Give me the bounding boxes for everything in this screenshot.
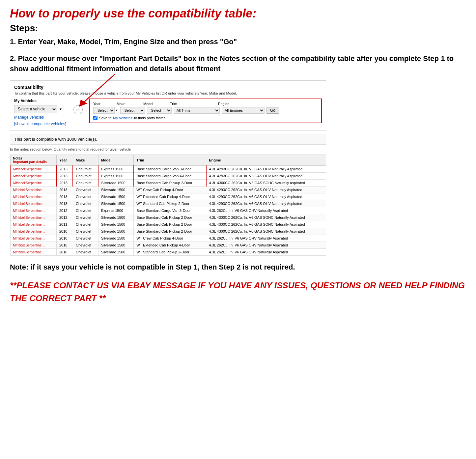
table-row: Mfrlabel:Serpentine ...2012ChevroletSilv… [10,214,326,221]
th-engine: Engine [206,155,326,166]
save-suffix: to finds parts faster [134,116,165,120]
trim-cell: Base Standard Cargo Van 3-Door [134,207,206,214]
engine-cell: 4.3L 4293CC 262Cu. In. V6 GAS OHV Natura… [206,193,326,200]
trim-cell: WT Crew Cab Pickup 4-Door [134,235,206,242]
model-cell: Silverado 1500 [98,221,134,228]
trim-select[interactable]: All Trims [174,107,220,114]
table-row: Mfrlabel:Serpentine....2013ChevroletExpr… [10,173,326,180]
year-cell: 2010 [56,235,73,242]
engine-cell: 4.3L 4293CC 262Cu. In. V6 GAS OHV Natura… [206,186,326,193]
table-row: Mfrlabel:Serpentine ...2013ChevroletSilv… [10,200,326,207]
trim-label: Trim [170,102,216,106]
engine-cell: 4.3L 262Cu. In. V6 GAS OHV Naturally Asp… [206,235,326,242]
model-cell: Silverado 1500 [98,242,134,249]
table-body: Mfrlabel:Serpentine ....2013ChevroletExp… [10,166,326,256]
save-checkbox[interactable] [93,116,98,120]
notes-cell: Mfrlabel:Serpentine ... [10,242,56,249]
engine-cell: 4.3L 262Cu. In. V6 GAS OHV Naturally Asp… [206,242,326,249]
make-cell: Chevrolet [73,228,98,235]
notes-cell: Mfrlabel:Serpentine .... [10,166,56,173]
vehicle-select-dropdown[interactable]: Select a vehicle [14,105,57,113]
manage-vehicles-link[interactable]: Manage vehicles [14,115,67,120]
main-title: How to properly use the compatibility ta… [10,7,466,20]
my-vehicles-section: My Vehicles Select a vehicle ▼ Manage ve… [14,99,67,126]
model-cell: Express 1500 [98,166,134,173]
notes-cell: Mfrlabel:Serpentine ... [10,200,56,207]
make-cell: Chevrolet [73,193,98,200]
arrow-section: Compatibility To confirm that this part … [10,80,466,256]
year-cell: 2013 [56,166,73,173]
engine-label: Engine [218,102,261,106]
engine-cell: 4.3L 4293CC 262Cu. In. V6 GAS OHV Natura… [206,200,326,207]
compat-body: My Vehicles Select a vehicle ▼ Manage ve… [14,99,322,126]
table-header-row: Notes Important part details Year Make M… [10,155,326,166]
table-row: Mfrlabel:Serpentine ....2013ChevroletSil… [10,180,326,186]
year-cell: 2010 [56,249,73,256]
note-text: Note: if it says your vehicle is not com… [10,262,466,273]
make-cell: Chevrolet [73,249,98,256]
model-cell: Silverado 1500 [98,228,134,235]
table-row: Mfrlabel:Serpentine ...2013ChevroletSilv… [10,186,326,193]
model-cell: Silverado 1500 [98,235,134,242]
table-row: Mfrlabel:Serpentine ...2012ChevroletExpr… [10,207,326,214]
show-all-link[interactable]: [show all compatible vehicles] [14,122,67,126]
engine-cell: 4.3L 4300CC 262Cu. In. V6 GAS SOHC Natur… [206,221,326,228]
svg-line-0 [82,74,115,103]
year-cell: 2013 [56,173,73,180]
trim-cell: WT Extended Cab Pickup 4-Door [134,193,206,200]
year-cell: 2013 [56,200,73,207]
important-part-details-header: Important part details [13,160,54,164]
engine-select[interactable]: All Engines [222,107,265,114]
year-cell: 2010 [56,242,73,249]
notes-cell: Mfrlabel:Serpentine ... [10,207,56,214]
make-cell: Chevrolet [73,180,98,186]
compatibility-table: Notes Important part details Year Make M… [10,155,326,256]
make-cell: Chevrolet [73,166,98,173]
model-select[interactable]: -Select- [147,107,172,114]
table-row: Mfrlabel:Serpentine ....2013ChevroletExp… [10,166,326,173]
dropdown-arrow-icon: ▼ [59,107,62,111]
th-model: Model [98,155,134,166]
model-cell: Silverado 1500 [98,186,134,193]
notes-cell: Mfrlabel:Serpentine ... [10,228,56,235]
th-trim: Trim [134,155,206,166]
engine-cell: 4.3L 4300CC 262Cu. In. V6 GAS SOHC Natur… [206,180,326,186]
trim-cell: WT Extended Cab Pickup 4-Door [134,242,206,249]
table-row: Mfrlabel:Serpentine ...2010ChevroletSilv… [10,242,326,249]
table-row: Mfrlabel:Serpentine ...2011ChevroletSilv… [10,221,326,228]
notes-cell: Mfrlabel:Serpentine ... [10,249,56,256]
notes-cell: Mfrlabel:Serpentine.... [10,173,56,180]
arrow-icon [63,71,128,113]
trim-cell: Base Standard Cab Pickup 2-Door [134,180,206,186]
make-cell: Chevrolet [73,242,98,249]
trim-cell: Base Standard Cargo Van 4-Door [134,173,206,180]
my-vehicles-link[interactable]: My Vehicles [113,116,132,120]
table-row: Mfrlabel:Serpentine ...2010ChevroletSilv… [10,235,326,242]
trim-cell: Base Standard Cab Pickup 2-Door [134,221,206,228]
make-cell: Chevrolet [73,221,98,228]
vehicle-select-row: Select a vehicle ▼ [14,105,67,113]
year-cell: 2010 [56,228,73,235]
model-cell: Silverado 1500 [98,180,134,186]
year-cell: 2012 [56,207,73,214]
make-cell: Chevrolet [73,214,98,221]
compatibility-container: Compatibility To confirm that this part … [10,80,326,130]
model-cell: Silverado 1500 [98,249,134,256]
steps-heading: Steps: [10,23,466,34]
th-make: Make [73,155,98,166]
trim-cell: WT Standard Cab Pickup 2-Door [134,200,206,207]
compat-count: This part is compatible with 1000 vehicl… [10,134,326,145]
engine-cell: 4.3L 4293CC 262Cu. In. V6 GAS OHV Natura… [206,173,326,180]
model-cell: Express 1500 [98,173,134,180]
my-vehicles-label: My Vehicles [14,99,67,103]
make-cell: Chevrolet [73,207,98,214]
make-cell: Chevrolet [73,186,98,193]
compat-subtitle: To confirm that this part fits your vehi… [14,91,322,95]
year-cell: 2013 [56,186,73,193]
contact-text: **PLEASE CONTACT US VIA EBAY MESSAGE IF … [10,279,466,305]
trim-cell: Base Standard Cab Pickup 2-Door [134,214,206,221]
model-label: Model [143,102,168,106]
model-cell: Silverado 1500 [98,200,134,207]
th-year: Year [56,155,73,166]
go-button[interactable]: Go [266,107,279,114]
